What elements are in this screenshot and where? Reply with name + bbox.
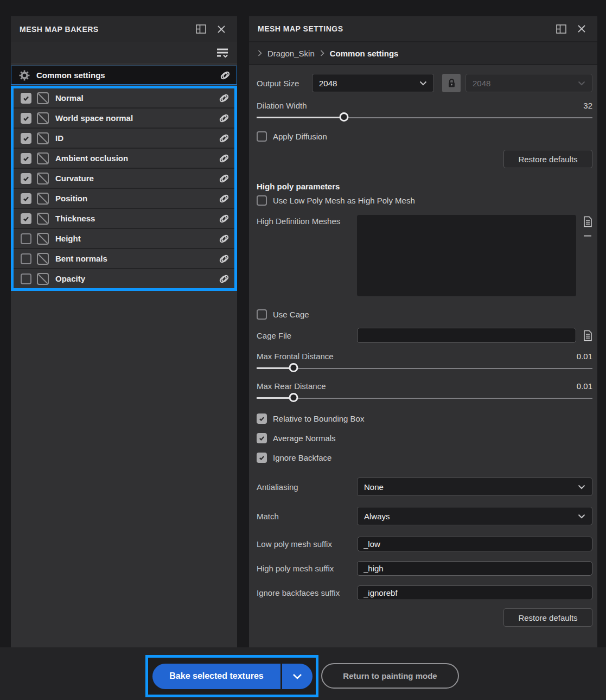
match-select[interactable]: Always: [357, 507, 592, 525]
baker-checkbox[interactable]: [21, 233, 31, 244]
shared-link-icon[interactable]: [218, 253, 230, 265]
average-normals-checkbox[interactable]: [257, 433, 267, 443]
high-suffix-label: High poly mesh suffix: [257, 564, 357, 573]
use-low-as-high-checkbox[interactable]: [257, 195, 267, 206]
baker-checkbox[interactable]: [21, 273, 31, 284]
max-rear-value: 0.01: [577, 381, 592, 391]
baker-row[interactable]: Position: [14, 189, 234, 208]
slider-knob[interactable]: [289, 363, 298, 372]
chevron-down-icon: [578, 81, 585, 86]
shared-link-icon[interactable]: [218, 173, 230, 184]
max-rear-slider[interactable]: [257, 393, 592, 403]
apply-diffusion-label: Apply Diffusion: [273, 132, 327, 141]
baker-label: Position: [55, 194, 87, 203]
bakers-panel-title: MESH MAP BAKERS: [20, 25, 99, 34]
baker-checkbox[interactable]: [21, 93, 31, 104]
close-icon[interactable]: [573, 21, 590, 37]
file-browse-icon[interactable]: [583, 330, 592, 341]
breadcrumb-parent[interactable]: Dragon_Skin: [267, 49, 315, 58]
settings-panel-title: MESH MAP SETTINGS: [258, 24, 343, 33]
baker-checkbox[interactable]: [21, 153, 31, 164]
file-browse-icon[interactable]: [583, 216, 592, 227]
baker-row[interactable]: World space normal: [14, 109, 234, 128]
bake-options-dropdown-button[interactable]: [282, 664, 312, 689]
dilation-width-slider[interactable]: [257, 112, 592, 122]
return-to-painting-mode-button[interactable]: Return to painting mode: [321, 663, 459, 689]
breadcrumb: Dragon_Skin Common settings: [249, 41, 597, 65]
texture-preview-icon: [36, 132, 49, 145]
antialiasing-label: Antialiasing: [257, 482, 357, 492]
max-rear-label: Max Rear Distance: [257, 381, 326, 391]
baker-checkbox[interactable]: [21, 173, 31, 184]
baker-checkbox[interactable]: [21, 253, 31, 264]
antialiasing-select[interactable]: None: [357, 478, 592, 496]
dock-layout-icon[interactable]: [553, 21, 569, 37]
bake-selected-textures-button[interactable]: Bake selected textures: [152, 664, 280, 689]
baker-row[interactable]: Ambient occlusion: [14, 149, 234, 168]
shared-link-icon[interactable]: [218, 273, 230, 285]
baker-label: World space normal: [55, 113, 133, 123]
chevron-down-icon: [578, 485, 585, 489]
high-def-meshes-list[interactable]: [357, 215, 576, 296]
average-normals-label: Average Normals: [273, 434, 336, 443]
relative-bbox-checkbox[interactable]: [257, 413, 267, 424]
cage-file-input[interactable]: [357, 328, 576, 343]
settings-panel-header: MESH MAP SETTINGS: [249, 16, 597, 41]
slider-knob[interactable]: [339, 112, 348, 122]
output-size-select[interactable]: 2048: [312, 74, 434, 92]
high-suffix-input[interactable]: [357, 561, 592, 576]
chevron-right-icon: [258, 50, 262, 56]
baker-checkbox[interactable]: [21, 213, 31, 224]
baker-checkbox[interactable]: [21, 193, 31, 204]
shared-link-icon[interactable]: [218, 213, 230, 225]
match-label: Match: [257, 512, 357, 521]
texture-preview-icon: [36, 112, 49, 125]
match-value: Always: [364, 512, 390, 521]
shared-link-icon[interactable]: [218, 92, 230, 104]
texture-preview-icon: [36, 192, 49, 205]
mesh-map-bakers-panel: MESH MAP BAKERS Common settings No: [11, 16, 237, 647]
ignorebf-suffix-input[interactable]: [357, 586, 592, 600]
shared-link-icon[interactable]: [218, 112, 230, 124]
shared-link-icon[interactable]: [218, 193, 230, 205]
close-icon[interactable]: [213, 21, 229, 37]
baker-label: Ambient occlusion: [55, 154, 128, 163]
shared-link-icon[interactable]: [218, 132, 230, 144]
dock-layout-icon[interactable]: [193, 21, 209, 37]
apply-diffusion-checkbox[interactable]: [257, 131, 267, 142]
baker-checkbox[interactable]: [21, 113, 31, 124]
baker-row[interactable]: Curvature: [14, 169, 234, 188]
use-cage-checkbox[interactable]: [257, 309, 267, 320]
baker-row[interactable]: Thickness: [14, 209, 234, 228]
restore-defaults-button[interactable]: Restore defaults: [503, 608, 592, 627]
relative-bbox-label: Relative to Bounding Box: [273, 414, 364, 423]
restore-defaults-button[interactable]: Restore defaults: [503, 150, 592, 168]
use-low-as-high-label: Use Low Poly Mesh as High Poly Mesh: [273, 196, 415, 205]
shared-link-icon[interactable]: [218, 233, 230, 245]
baker-row[interactable]: Bent normals: [14, 249, 234, 268]
slider-knob[interactable]: [289, 393, 298, 402]
filter-sort-icon[interactable]: [214, 44, 231, 61]
baker-row[interactable]: Normal: [14, 88, 234, 107]
baker-checkbox[interactable]: [21, 133, 31, 144]
lock-icon: [448, 78, 456, 88]
baker-row[interactable]: ID: [14, 129, 234, 148]
baker-row[interactable]: Height: [14, 229, 234, 248]
texture-preview-icon: [36, 92, 49, 105]
remove-item-button[interactable]: [584, 235, 591, 237]
shared-link-icon[interactable]: [219, 69, 231, 81]
max-frontal-slider[interactable]: [257, 363, 592, 373]
lock-aspect-button[interactable]: [442, 74, 461, 92]
output-size-select-locked: 2048: [465, 74, 592, 92]
low-suffix-label: Low poly mesh suffix: [257, 539, 357, 549]
dilation-width-value: 32: [583, 101, 592, 110]
low-suffix-input[interactable]: [357, 537, 592, 551]
max-frontal-label: Max Frontal Distance: [257, 352, 334, 361]
ignore-backface-label: Ignore Backface: [273, 453, 331, 462]
ignore-backface-checkbox[interactable]: [257, 453, 267, 463]
shared-link-icon[interactable]: [218, 152, 230, 164]
bakers-list-highlight: Normal World space normal ID: [11, 86, 237, 291]
common-settings-row[interactable]: Common settings: [11, 66, 237, 85]
chevron-down-icon: [292, 673, 302, 679]
baker-row[interactable]: Opacity: [14, 269, 234, 288]
